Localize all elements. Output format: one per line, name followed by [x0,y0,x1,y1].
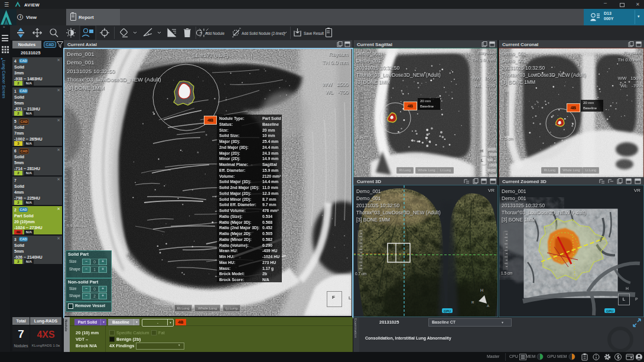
svg-text:H: H [480,288,483,292]
svg-text:Save Result: Save Result [304,31,324,35]
svg-text:GPU: GPU [444,309,451,313]
svg-text:Add Solid Nodule (2-lines): Add Solid Nodule (2-lines) [242,31,285,36]
svg-text:GPU: GPU [606,309,613,313]
svg-text:A: A [487,304,489,308]
svg-text:R: R [471,301,474,304]
svg-text:Add Nodule: Add Nodule [205,31,225,35]
